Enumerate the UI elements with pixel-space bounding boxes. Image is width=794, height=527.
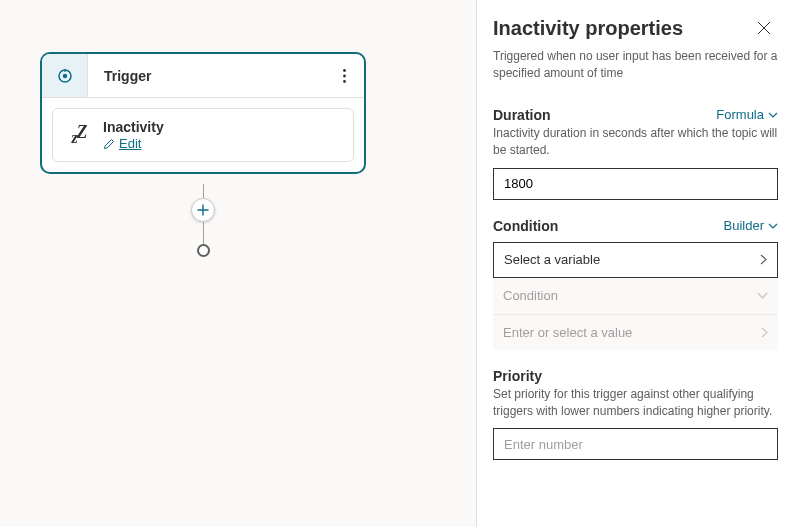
close-icon: [757, 21, 771, 35]
duration-input[interactable]: [493, 168, 778, 200]
connector-line: [203, 184, 204, 198]
inactivity-text: Inactivity Edit: [103, 119, 164, 151]
condition-section: Condition Builder Select a variable Cond…: [493, 218, 778, 350]
condition-mode-toggle[interactable]: Builder: [724, 218, 778, 233]
priority-input[interactable]: [493, 428, 778, 460]
svg-point-1: [62, 73, 66, 77]
close-button[interactable]: [750, 14, 778, 42]
variable-placeholder: Select a variable: [504, 252, 600, 267]
condition-label: Condition: [493, 218, 558, 234]
sleep-icon: zZ: [65, 121, 93, 149]
duration-section: Duration Formula Inactivity duration in …: [493, 107, 778, 200]
duration-label: Duration: [493, 107, 551, 123]
trigger-icon: [42, 54, 88, 97]
terminal-node: [197, 244, 210, 257]
chevron-right-icon: [760, 254, 767, 265]
node-menu-button[interactable]: [324, 54, 364, 97]
chevron-down-icon: [768, 223, 778, 229]
svg-point-3: [343, 69, 346, 72]
node-connector: [196, 184, 210, 257]
panel-description: Triggered when no user input has been re…: [493, 48, 778, 83]
svg-point-4: [343, 74, 346, 77]
svg-point-5: [343, 80, 346, 83]
trigger-node[interactable]: Trigger zZ Inactivity: [40, 52, 366, 174]
operator-placeholder: Condition: [503, 288, 558, 303]
inactivity-card[interactable]: zZ Inactivity Edit: [52, 108, 354, 162]
node-header: Trigger: [42, 54, 364, 98]
priority-label: Priority: [493, 368, 542, 384]
mode-label: Formula: [716, 107, 764, 122]
inactivity-title: Inactivity: [103, 119, 164, 135]
authoring-canvas: Trigger zZ Inactivity: [0, 0, 476, 527]
pencil-icon: [103, 138, 115, 150]
node-title: Trigger: [88, 68, 324, 84]
condition-value-picker[interactable]: Enter or select a value: [493, 314, 778, 350]
variable-picker[interactable]: Select a variable: [493, 242, 778, 278]
condition-builder: Condition Enter or select a value: [493, 278, 778, 350]
mode-label: Builder: [724, 218, 764, 233]
duration-help: Inactivity duration in seconds after whi…: [493, 125, 778, 160]
panel-header: Inactivity properties: [493, 14, 778, 42]
add-node-button[interactable]: [191, 198, 215, 222]
panel-title: Inactivity properties: [493, 17, 683, 40]
duration-mode-toggle[interactable]: Formula: [716, 107, 778, 122]
condition-operator-picker[interactable]: Condition: [493, 278, 778, 314]
node-body: zZ Inactivity Edit: [42, 98, 364, 172]
svg-rect-2: [64, 69, 65, 72]
edit-link[interactable]: Edit: [103, 136, 164, 151]
chevron-down-icon: [768, 112, 778, 118]
connector-line: [203, 222, 204, 244]
priority-section: Priority Set priority for this trigger a…: [493, 368, 778, 461]
chevron-down-icon: [757, 292, 768, 299]
plus-icon: [197, 204, 209, 216]
more-vertical-icon: [343, 69, 346, 83]
value-placeholder: Enter or select a value: [503, 325, 632, 340]
priority-help: Set priority for this trigger against ot…: [493, 386, 778, 421]
properties-panel: Inactivity properties Triggered when no …: [476, 0, 794, 527]
edit-label: Edit: [119, 136, 141, 151]
chevron-right-icon: [761, 327, 768, 338]
